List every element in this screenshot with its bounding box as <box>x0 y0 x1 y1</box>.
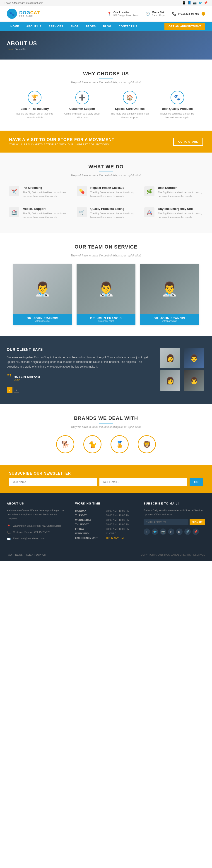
footer-link-faq[interactable]: FAQ <box>7 553 12 556</box>
why-title-2: Customer Support <box>63 107 101 111</box>
why-choose-subtitle: They will have to make the best of thing… <box>61 81 151 84</box>
service-icon-5: 🛒 <box>77 207 87 217</box>
working-row: THURSDAY 08:00 AM - 10:00 PM <box>75 522 137 527</box>
clients-inner: OUR CLIENT SAYS Since we are together Fi… <box>7 348 205 393</box>
working-row-emergency: EMERGENCY UNIT OPEN ANY TIME <box>75 536 137 540</box>
nav-blog[interactable]: BLOG <box>99 22 115 31</box>
nav-home[interactable]: HOME <box>7 22 23 31</box>
brands-grid: 🐕 🐈 🏅 🦁 <box>7 435 205 453</box>
team-photo-1: 👨‍⚕️ <box>13 264 72 314</box>
what-subtitle: They will have to make the best of thing… <box>61 174 151 177</box>
newsletter-email-input[interactable] <box>99 478 187 486</box>
footer-about-col: ABOUT US Hello we are Comre. We are here… <box>7 502 68 543</box>
why-title-1: Best In The Industry <box>16 107 54 111</box>
service-content-2: Regular Health Checkup The Big Detox adv… <box>90 186 135 198</box>
why-choose-title: WHY CHOOSE US They will have to make the… <box>7 71 205 84</box>
nav-shop[interactable]: SHOP <box>67 22 82 31</box>
main-nav: HOME ABOUT US SERVICES SHOP PAGES BLOG C… <box>0 22 212 31</box>
why-desc-1: Rogers are known out of their into an ar… <box>16 112 54 119</box>
why-desc-3: The mate was a mighty sailin' man the tw… <box>111 112 149 119</box>
subscribe-button[interactable]: SIGN UP <box>189 519 205 525</box>
service-content-5: Quality Products Selling The Big Detox a… <box>90 207 135 219</box>
social-instagram[interactable]: 📷 <box>160 528 166 535</box>
working-table: MONDAY 08:00 AM - 10:00 PM TUESDAY 08:00… <box>75 508 137 540</box>
page-hero: ABOUT US Home / About Us <box>0 31 212 60</box>
social-youtube[interactable]: ▶ <box>176 528 183 535</box>
what-divider <box>99 172 113 172</box>
nav-about[interactable]: ABOUT US <box>23 22 45 31</box>
working-day: WEDNESDAY <box>75 518 106 522</box>
why-icon-2: ➕ <box>75 91 89 104</box>
working-day: FRIDAY <box>75 527 106 531</box>
working-day: THURSDAY <box>75 522 106 527</box>
twitter-icon[interactable]: 🐦 <box>199 1 202 4</box>
team-info-3: DR. JOHN FRANCIS veterinary chief <box>140 314 199 325</box>
why-title-4: Best Quality Products <box>158 107 196 111</box>
breadcrumb-home[interactable]: Home <box>7 48 13 51</box>
service-item: 💊 Regular Health Checkup The Big Detox a… <box>74 184 138 200</box>
instagram-icon[interactable]: 📷 <box>193 1 196 4</box>
social-linkedin[interactable]: in <box>168 528 174 535</box>
nav-prev[interactable]: ‹ <box>7 387 12 393</box>
working-day: MONDAY <box>75 508 106 513</box>
footer-email-text: Email: mail@woodtmen.com <box>13 537 44 541</box>
service-icon-6: 🚑 <box>144 207 154 217</box>
working-row: FRIDAY 08:00 AM - 10:00 PM <box>75 527 137 531</box>
service-desc-1: The Big Detox advised her not to do so, … <box>23 191 68 198</box>
nav-appointment[interactable]: GET AN APPOINTMENT <box>164 23 205 30</box>
cta-button[interactable]: GO TO STORE <box>173 137 203 146</box>
phone-info: 📞 (+01) 234 56 789 0 <box>172 11 205 16</box>
brand-logo-4: 🦁 <box>138 435 156 453</box>
social-pinterest[interactable]: 📌 <box>192 528 199 535</box>
footer-location: 📍 Washington Square Park, NY, United Sta… <box>7 524 68 528</box>
footer-working-heading: WORKING TIME <box>75 502 137 505</box>
newsletter-button[interactable]: Go <box>189 478 203 486</box>
footer-link-news[interactable]: NEWS <box>15 553 23 556</box>
service-title-5: Quality Products Selling <box>90 207 135 211</box>
team-heading: OUR TEAM ON SERVICE <box>7 244 205 250</box>
why-icon-4: 🐾 <box>171 91 184 104</box>
footer-subscribe-text: Get our Daily email in newsletter with S… <box>144 508 205 517</box>
phone-icon[interactable]: 📱 <box>182 1 186 4</box>
footer-email: ✉️ Email: mail@woodtmen.com <box>7 537 68 541</box>
what-heading: WHAT WE DO <box>7 164 205 170</box>
logo-text: DOGCAT PET CARE <box>19 10 40 18</box>
clock-icon: 🕐 <box>145 11 150 16</box>
location-address: 501 Design Street, Texas <box>114 14 139 17</box>
newsletter-section: SUBSCRIBE OUR NEWSLETTER Go <box>0 465 212 493</box>
newsletter-name-input[interactable] <box>9 478 97 486</box>
clients-heading: OUR CLIENT SAYS <box>7 348 151 352</box>
brand-logo-3: 🏅 <box>111 435 129 453</box>
working-time-emergency: OPEN ANY TIME <box>106 536 137 540</box>
logo-dog: DOG <box>19 10 30 15</box>
working-time: 08:00 AM - 10:00 PM <box>106 527 137 531</box>
footer-email-icon: ✉️ <box>7 537 11 541</box>
top-bar: Leave A Message: info@drpet.com 📱 📘 📷 🐦 … <box>0 0 212 6</box>
breadcrumb-current: About Us <box>16 48 26 51</box>
logo-icon: 🐾 <box>7 9 17 19</box>
footer-link-support[interactable]: CLIENT SUPPORT <box>26 553 48 556</box>
team-title: OUR TEAM ON SERVICE They will have to ma… <box>7 244 205 257</box>
working-time: 08:00 AM - 10:00 PM <box>106 518 137 522</box>
nav-pages[interactable]: PAGES <box>82 22 99 31</box>
service-title-4: Medical Support <box>23 207 68 211</box>
working-time: 08:00 AM - 10:00 PM <box>106 513 137 518</box>
social-link[interactable]: 🔗 <box>184 528 191 535</box>
nav-services[interactable]: SERVICES <box>45 22 67 31</box>
client-photo-3: 👩 <box>160 370 180 391</box>
team-section: OUR TEAM ON SERVICE They will have to ma… <box>0 233 212 336</box>
what-we-do-section: WHAT WE DO They will have to make the be… <box>0 153 212 233</box>
cart-badge[interactable]: 0 <box>202 12 205 16</box>
social-facebook[interactable]: f <box>144 528 150 535</box>
facebook-icon[interactable]: 📘 <box>187 1 191 4</box>
social-twitter[interactable]: 🐦 <box>152 528 158 535</box>
nav-contact[interactable]: CONTACT US <box>115 22 141 31</box>
logo[interactable]: 🐾 DOGCAT PET CARE <box>7 9 40 19</box>
nav-next[interactable]: › <box>13 387 19 393</box>
pinterest-icon[interactable]: 📌 <box>204 1 208 4</box>
service-desc-5: The Big Detox advised her not to do so, … <box>90 212 135 219</box>
brands-heading: BRANDS WE DEAL WITH <box>7 415 205 421</box>
brands-divider <box>99 423 113 424</box>
subscribe-email-input[interactable] <box>144 519 188 525</box>
working-row: WEEK END CLOSED <box>75 531 137 536</box>
